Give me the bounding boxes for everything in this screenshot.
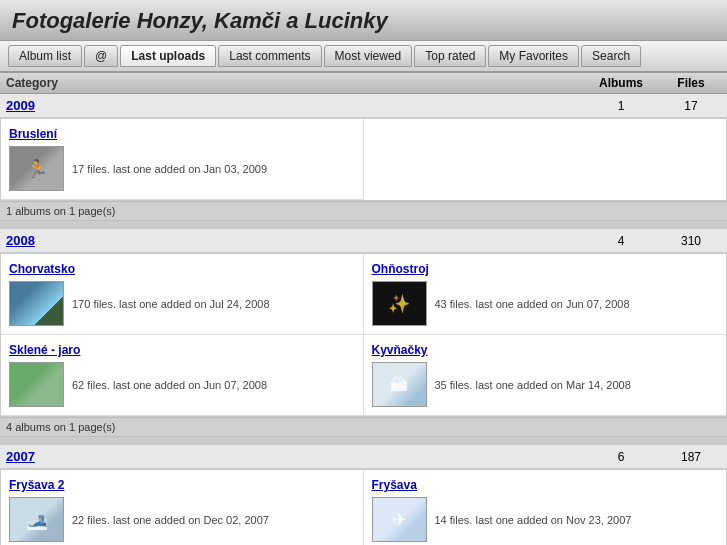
album-thumb-0[interactable]	[9, 281, 64, 326]
section-divider-0	[0, 221, 727, 229]
album-thumb-1[interactable]: ✨	[372, 281, 427, 326]
page-title: Fotogalerie Honzy, Kamči a Lucinky	[12, 8, 715, 34]
album-cell-0: Bruslení 🏃 17 files. last one added on J…	[1, 119, 364, 200]
album-thumb-1[interactable]: ✈	[372, 497, 427, 542]
page-info-2008: 4 albums on 1 page(s)	[0, 417, 727, 437]
album-desc-0: 170 files. last one added on Jul 24, 200…	[72, 298, 270, 310]
album-desc-0: 22 files. last one added on Dec 02, 2007	[72, 514, 269, 526]
nav-tab-at[interactable]: @	[84, 45, 118, 67]
album-content-0: 🎿 22 files. last one added on Dec 02, 20…	[9, 497, 355, 542]
album-thumb-3[interactable]: 🏔	[372, 362, 427, 407]
album-title-1[interactable]: Ohňostroj	[372, 262, 719, 276]
album-title-2[interactable]: Sklené - jaro	[9, 343, 355, 357]
album-title-1[interactable]: Fryšava	[372, 478, 719, 492]
year-link-2007[interactable]: 2007	[6, 449, 581, 464]
year-row-2007: 2007 6 187	[0, 445, 727, 469]
year-albums-2007: 6	[581, 450, 661, 464]
year-link-2008[interactable]: 2008	[6, 233, 581, 248]
page-info-2009: 1 albums on 1 page(s)	[0, 201, 727, 221]
year-link-2009[interactable]: 2009	[6, 98, 581, 113]
nav-tab-top-rated[interactable]: Top rated	[414, 45, 486, 67]
thumb-icon-1: ✨	[388, 293, 410, 315]
album-content-1: ✨ 43 files. last one added on Jun 07, 20…	[372, 281, 719, 326]
nav-tab-album-list[interactable]: Album list	[8, 45, 82, 67]
nav-tab-search[interactable]: Search	[581, 45, 641, 67]
albums-grid-2008: Chorvatsko 170 files. last one added on …	[0, 253, 727, 417]
years-container: 2009 1 17 Bruslení 🏃 17 files. last one …	[0, 94, 727, 545]
album-cell-0: Chorvatsko 170 files. last one added on …	[1, 254, 364, 335]
nav-tab-most-viewed[interactable]: Most viewed	[324, 45, 413, 67]
category-col-header: Category	[6, 76, 581, 90]
nav-tab-last-comments[interactable]: Last comments	[218, 45, 321, 67]
year-row-2008: 2008 4 310	[0, 229, 727, 253]
album-content-3: 🏔 35 files. last one added on Mar 14, 20…	[372, 362, 719, 407]
year-row-2009: 2009 1 17	[0, 94, 727, 118]
page-header: Fotogalerie Honzy, Kamči a Lucinky	[0, 0, 727, 41]
album-title-0[interactable]: Chorvatsko	[9, 262, 355, 276]
album-desc-3: 35 files. last one added on Mar 14, 2008	[435, 379, 631, 391]
files-col-header: Files	[661, 76, 721, 90]
albums-col-header: Albums	[581, 76, 661, 90]
album-content-0: 170 files. last one added on Jul 24, 200…	[9, 281, 355, 326]
album-desc-1: 14 files. last one added on Nov 23, 2007	[435, 514, 632, 526]
album-cell-2: Sklené - jaro 62 files. last one added o…	[1, 335, 364, 416]
album-thumb-2[interactable]	[9, 362, 64, 407]
album-desc-2: 62 files. last one added on Jun 07, 2008	[72, 379, 267, 391]
album-title-3[interactable]: Kyvňačky	[372, 343, 719, 357]
thumb-icon-0: 🏃	[26, 158, 48, 180]
albums-grid-2007: Fryšava 2 🎿 22 files. last one added on …	[0, 469, 727, 545]
album-title-0[interactable]: Bruslení	[9, 127, 355, 141]
album-title-0[interactable]: Fryšava 2	[9, 478, 355, 492]
main-content: Category Albums Files 2009 1 17 Bruslení…	[0, 73, 727, 545]
navigation: Album list@Last uploadsLast commentsMost…	[0, 41, 727, 73]
thumb-icon-1: ✈	[392, 509, 407, 531]
thumb-icon-0: 🎿	[26, 509, 48, 531]
album-content-0: 🏃 17 files. last one added on Jan 03, 20…	[9, 146, 355, 191]
album-thumb-0[interactable]: 🎿	[9, 497, 64, 542]
album-cell-1: Ohňostroj ✨ 43 files. last one added on …	[364, 254, 727, 335]
year-files-2009: 17	[661, 99, 721, 113]
album-thumb-0[interactable]: 🏃	[9, 146, 64, 191]
year-files-2007: 187	[661, 450, 721, 464]
nav-tab-last-uploads[interactable]: Last uploads	[120, 45, 216, 67]
albums-grid-2009: Bruslení 🏃 17 files. last one added on J…	[0, 118, 727, 201]
album-cell-3: Kyvňačky 🏔 35 files. last one added on M…	[364, 335, 727, 416]
album-cell-0: Fryšava 2 🎿 22 files. last one added on …	[1, 470, 364, 545]
album-desc-1: 43 files. last one added on Jun 07, 2008	[435, 298, 630, 310]
album-cell-1: Fryšava ✈ 14 files. last one added on No…	[364, 470, 727, 545]
album-content-2: 62 files. last one added on Jun 07, 2008	[9, 362, 355, 407]
album-desc-0: 17 files. last one added on Jan 03, 2009	[72, 163, 267, 175]
table-header: Category Albums Files	[0, 73, 727, 94]
thumb-icon-3: 🏔	[390, 374, 408, 395]
year-albums-2009: 1	[581, 99, 661, 113]
year-albums-2008: 4	[581, 234, 661, 248]
section-divider-1	[0, 437, 727, 445]
album-content-1: ✈ 14 files. last one added on Nov 23, 20…	[372, 497, 719, 542]
nav-tab-my-favorites[interactable]: My Favorites	[488, 45, 579, 67]
year-files-2008: 310	[661, 234, 721, 248]
